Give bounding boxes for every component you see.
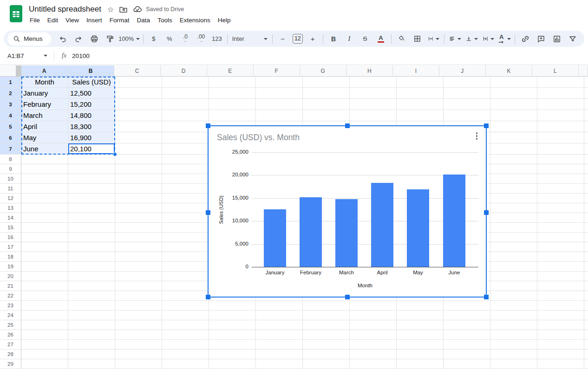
row-header-20[interactable]: 20 [0, 272, 21, 281]
chart-resize-handle-e[interactable] [484, 210, 489, 215]
cell-D17[interactable] [162, 242, 209, 252]
cell-H2[interactable] [350, 88, 397, 99]
cell-A4[interactable]: March [21, 110, 68, 121]
cell-K11[interactable] [490, 184, 537, 194]
cell-A23[interactable] [21, 301, 68, 311]
cell-C8[interactable] [115, 155, 162, 164]
create-filter-button[interactable] [565, 33, 580, 45]
saved-to-drive-cloud-icon[interactable] [133, 5, 142, 14]
cell-C4[interactable] [115, 110, 162, 121]
cell-I23[interactable] [397, 301, 444, 311]
row-header-6[interactable]: 6 [0, 132, 21, 143]
cell-B23[interactable] [68, 301, 115, 311]
cell-K4[interactable] [490, 110, 537, 121]
cell-B20[interactable] [68, 272, 115, 281]
cell-L16[interactable] [537, 233, 584, 242]
menu-item-insert[interactable]: Insert [83, 15, 106, 25]
cell-J2[interactable] [444, 88, 490, 99]
cell-C26[interactable] [115, 330, 162, 340]
cell-B13[interactable] [68, 203, 115, 213]
chart-bar-january[interactable] [264, 209, 286, 267]
cell-I27[interactable] [397, 340, 444, 350]
cell-D7[interactable] [162, 143, 209, 155]
cell-B6[interactable]: 16,900 [68, 132, 115, 143]
cell-K2[interactable] [490, 88, 537, 99]
cell-L17[interactable] [537, 242, 584, 252]
cell-I26[interactable] [397, 330, 444, 340]
cell-L2[interactable] [537, 88, 584, 99]
cell-C17[interactable] [115, 242, 162, 252]
cell-K13[interactable] [490, 203, 537, 213]
cell-F26[interactable] [256, 330, 303, 340]
vertical-align-button[interactable] [464, 33, 480, 45]
cell-F24[interactable] [256, 311, 303, 320]
cell-D25[interactable] [162, 320, 209, 330]
embedded-chart[interactable]: Sales (USD) vs. Month 05,00010,00015,000… [208, 125, 487, 298]
cell-G28[interactable] [303, 350, 350, 359]
cell-I28[interactable] [397, 350, 444, 359]
cell-K14[interactable] [490, 213, 537, 223]
cell-A12[interactable] [21, 194, 68, 203]
cell-G26[interactable] [303, 330, 350, 340]
cell-B1[interactable]: Sales (USD) [68, 77, 115, 88]
cell-H29[interactable] [350, 359, 397, 369]
menus-search-button[interactable]: Menus [7, 32, 51, 45]
cell-C21[interactable] [115, 281, 162, 291]
column-header-a[interactable]: A [21, 65, 68, 77]
cell-L6[interactable] [537, 132, 584, 143]
increase-decimal-button[interactable]: .00→ [194, 33, 209, 45]
cell-K17[interactable] [490, 242, 537, 252]
cell-C23[interactable] [115, 301, 162, 311]
cell-B27[interactable] [68, 340, 115, 350]
chart-resize-handle-ne[interactable] [484, 123, 489, 128]
cell-A17[interactable] [21, 242, 68, 252]
cell-B22[interactable] [68, 291, 115, 301]
cell-E27[interactable] [209, 340, 256, 350]
bold-button[interactable]: B [326, 33, 341, 45]
cell-L21[interactable] [537, 281, 584, 291]
cell-A7[interactable]: June [21, 143, 68, 155]
cell-K6[interactable] [490, 132, 537, 143]
fill-color-button[interactable] [394, 33, 409, 45]
cell-D14[interactable] [162, 213, 209, 223]
cell-F3[interactable] [256, 99, 303, 110]
insert-link-button[interactable] [518, 33, 533, 45]
cell-D5[interactable] [162, 121, 209, 132]
cell-A21[interactable] [21, 281, 68, 291]
undo-button[interactable] [55, 33, 70, 45]
cell-I24[interactable] [397, 311, 444, 320]
cell-D1[interactable] [162, 77, 209, 88]
horizontal-align-button[interactable] [447, 33, 463, 45]
cell-K22[interactable] [490, 291, 537, 301]
cell-B4[interactable]: 14,800 [68, 110, 115, 121]
select-all-corner[interactable] [0, 65, 21, 77]
cell-K10[interactable] [490, 174, 537, 184]
column-header-j[interactable]: J [439, 65, 486, 77]
cell-K25[interactable] [490, 320, 537, 330]
cell-F29[interactable] [256, 359, 303, 369]
cell-D16[interactable] [162, 233, 209, 242]
cell-C27[interactable] [115, 340, 162, 350]
cell-A11[interactable] [21, 184, 68, 194]
more-formats-button[interactable]: 123 [209, 33, 224, 45]
cell-F2[interactable] [256, 88, 303, 99]
cell-J23[interactable] [444, 301, 490, 311]
cell-E1[interactable] [209, 77, 256, 88]
cell-C18[interactable] [115, 252, 162, 262]
cell-K18[interactable] [490, 252, 537, 262]
cell-E25[interactable] [209, 320, 256, 330]
menu-item-data[interactable]: Data [133, 15, 154, 25]
menu-item-edit[interactable]: Edit [44, 15, 62, 25]
formula-input[interactable]: 20100 [72, 52, 90, 59]
font-select[interactable]: Inter [230, 33, 269, 45]
cell-A3[interactable]: February [21, 99, 68, 110]
cell-I4[interactable] [397, 110, 444, 121]
row-header-9[interactable]: 9 [0, 164, 21, 174]
cell-K16[interactable] [490, 233, 537, 242]
cell-H28[interactable] [350, 350, 397, 359]
cell-K1[interactable] [490, 77, 537, 88]
cell-I3[interactable] [397, 99, 444, 110]
chart-resize-handle-n[interactable] [345, 123, 350, 128]
cell-F28[interactable] [256, 350, 303, 359]
cell-C28[interactable] [115, 350, 162, 359]
